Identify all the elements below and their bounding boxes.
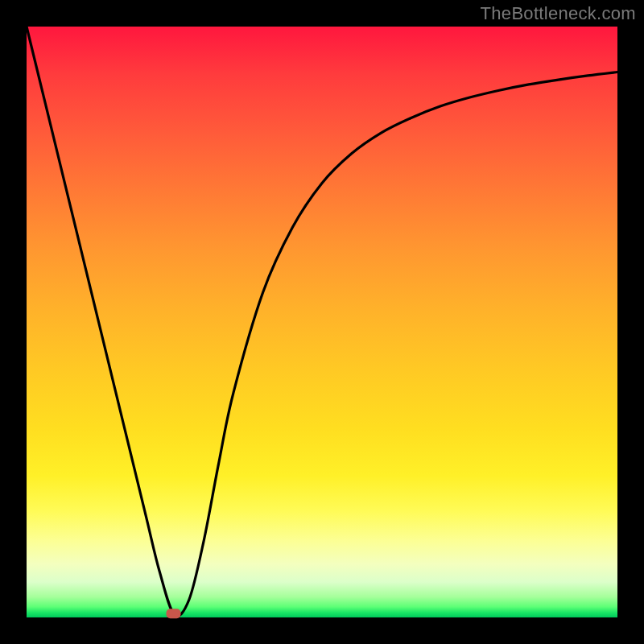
chart-frame: TheBottleneck.com <box>0 0 644 644</box>
bottleneck-curve <box>27 27 617 616</box>
curve-layer <box>27 27 617 617</box>
plot-area <box>27 27 617 617</box>
watermark-text: TheBottleneck.com <box>481 3 636 24</box>
optimum-marker <box>167 609 181 618</box>
